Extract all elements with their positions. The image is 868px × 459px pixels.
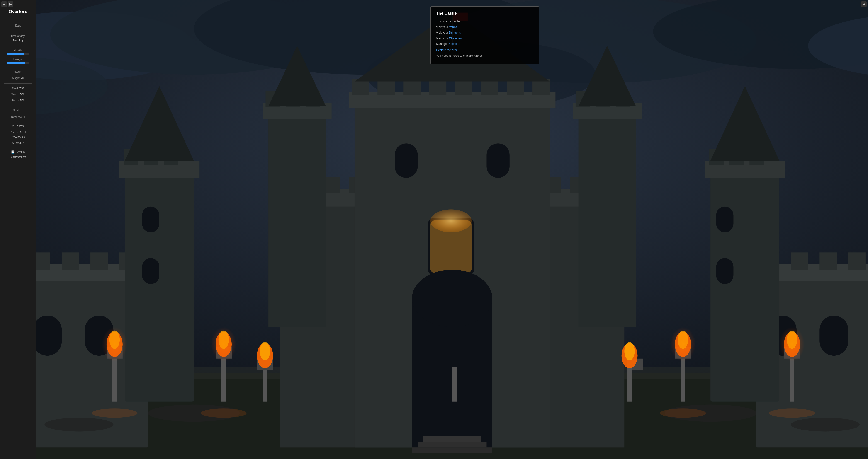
- svg-rect-80: [455, 79, 472, 95]
- power-value: 5: [22, 70, 24, 74]
- svg-rect-47: [716, 207, 733, 232]
- magic-value: 20: [21, 76, 24, 80]
- svg-point-93: [412, 270, 492, 327]
- day-label: Day:: [0, 24, 36, 28]
- svg-rect-48: [716, 258, 733, 284]
- svg-rect-117: [627, 367, 632, 402]
- svg-rect-125: [790, 356, 794, 402]
- svg-rect-94: [424, 436, 481, 442]
- app-title: Overlord: [9, 9, 27, 14]
- visit-vaults-prefix: Visit your: [436, 25, 449, 29]
- souls-value: 1: [22, 109, 23, 112]
- svg-rect-34: [819, 252, 837, 270]
- stone-section: Stone: 500: [0, 98, 36, 104]
- svg-rect-29: [142, 258, 159, 284]
- souls-label: Souls:: [13, 109, 21, 112]
- svg-rect-82: [507, 79, 524, 95]
- svg-point-133: [769, 408, 815, 418]
- forward-button[interactable]: ▶: [8, 1, 13, 7]
- vaults-link[interactable]: Vaults: [449, 25, 457, 29]
- svg-rect-39: [819, 316, 848, 356]
- visit-dungeons-row: Visit your Dungons: [436, 31, 534, 34]
- day-section: Day: 1: [0, 23, 36, 33]
- roadmap-menu-item[interactable]: ROADMAP: [0, 135, 36, 140]
- svg-rect-62: [269, 115, 326, 327]
- svg-rect-120: [681, 356, 685, 402]
- panel-intro: This is your castle....: [436, 20, 534, 23]
- sidebar: ◀ ▶ Overlord Day: 1 Time of day: Morning…: [0, 0, 36, 459]
- svg-rect-95: [418, 442, 487, 448]
- energy-bar-container: [7, 62, 29, 64]
- svg-rect-78: [403, 79, 421, 95]
- health-label: Health:: [0, 48, 36, 53]
- energy-label: Energy:: [0, 57, 36, 62]
- svg-rect-111: [263, 367, 267, 402]
- notoriety-section: Notoriety: 0: [0, 114, 36, 120]
- svg-rect-33: [791, 252, 808, 270]
- svg-point-110: [211, 327, 236, 362]
- svg-point-98: [44, 418, 113, 432]
- notoriety-value: 0: [24, 115, 25, 118]
- svg-rect-88: [487, 143, 509, 178]
- panel-title: The Castle: [436, 11, 534, 16]
- divider-7: [4, 147, 32, 147]
- svg-rect-22: [125, 172, 194, 402]
- magic-label: Magic:: [12, 76, 20, 80]
- energy-bar: [7, 62, 25, 64]
- wood-value: 500: [20, 93, 25, 96]
- manage-defences-row: Manage Defences: [436, 42, 534, 45]
- svg-rect-20: [36, 316, 62, 356]
- svg-rect-96: [412, 448, 492, 453]
- back-button[interactable]: ◀: [1, 1, 7, 7]
- svg-point-129: [779, 327, 805, 362]
- svg-point-91: [430, 209, 471, 232]
- divider-2: [4, 45, 32, 46]
- svg-rect-87: [395, 143, 417, 178]
- power-label: Power:: [13, 70, 21, 74]
- day-value: 1: [0, 28, 36, 32]
- stone-label: Stone:: [11, 99, 19, 102]
- visit-dungeons-prefix: Visit your: [436, 31, 449, 34]
- collapse-button[interactable]: ◀: [861, 1, 867, 7]
- svg-rect-101: [112, 356, 117, 402]
- health-section: Health:: [0, 47, 36, 57]
- quests-menu-item[interactable]: QUESTS: [0, 124, 36, 129]
- wood-section: Wood: 500: [0, 92, 36, 98]
- visit-vaults-row: Visit your Vaults: [436, 25, 534, 29]
- souls-section: Souls: 1: [0, 108, 36, 114]
- svg-point-119: [624, 342, 635, 360]
- chambers-link[interactable]: Chambers: [449, 36, 462, 40]
- svg-point-130: [92, 408, 137, 418]
- explore-area-link[interactable]: Explore the area: [436, 48, 534, 52]
- svg-rect-77: [377, 79, 395, 95]
- time-label: Time of day:: [0, 34, 36, 38]
- time-section: Time of day: Morning: [0, 33, 36, 43]
- svg-point-131: [200, 408, 247, 418]
- defences-link[interactable]: Defences: [447, 42, 460, 45]
- svg-rect-41: [710, 172, 779, 402]
- nav-arrows: ◀ ▶: [1, 1, 13, 7]
- manage-defences-prefix: Manage: [436, 42, 448, 45]
- saves-button[interactable]: 💾 SAVES: [0, 149, 36, 155]
- castle-scene: [36, 0, 868, 459]
- svg-rect-83: [532, 79, 550, 95]
- stuck-menu-item[interactable]: STUCK?: [0, 140, 36, 145]
- svg-point-132: [660, 408, 706, 418]
- svg-rect-15: [36, 252, 50, 270]
- time-value: Morning: [0, 38, 36, 43]
- health-bar-container: [7, 53, 29, 55]
- dungeons-link[interactable]: Dungons: [449, 31, 461, 34]
- health-bar: [7, 53, 24, 55]
- wood-label: Wood:: [11, 93, 19, 96]
- svg-rect-17: [90, 252, 108, 270]
- divider-1: [4, 21, 32, 21]
- visit-chambers-prefix: Visit your: [436, 36, 449, 40]
- power-section: Power: 5: [0, 69, 36, 75]
- svg-rect-16: [62, 252, 79, 270]
- gold-label: Gold:: [12, 87, 19, 90]
- horse-note: You need a horse to explore further: [436, 54, 534, 57]
- inventory-menu-item[interactable]: INVENTORY: [0, 129, 36, 135]
- restart-button[interactable]: ↺ RESTART: [0, 155, 36, 160]
- svg-point-114: [260, 342, 270, 360]
- svg-rect-106: [221, 356, 226, 402]
